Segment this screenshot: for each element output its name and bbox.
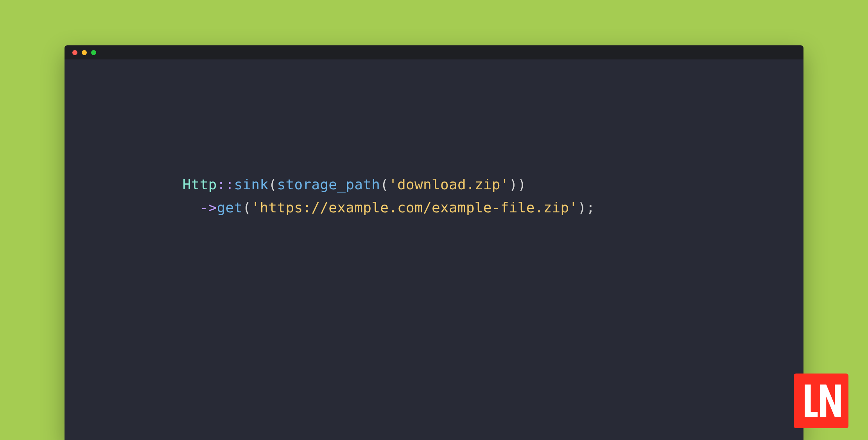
laravel-news-logo [794,374,848,428]
token-function: get [217,199,243,216]
token-class: Http [183,176,217,192]
token-paren: )) [509,176,526,192]
maximize-icon[interactable] [91,50,96,55]
token-string: 'download.zip' [389,176,509,192]
token-paren: ) [578,199,586,216]
token-function: storage_path [277,176,380,192]
token-paren: ( [243,199,251,216]
close-icon[interactable] [72,50,77,55]
token-function: sink [234,176,269,192]
token-paren: ( [380,176,389,192]
indent [88,196,200,219]
window-titlebar [65,45,803,59]
minimize-icon[interactable] [82,50,87,55]
token-semicolon: ; [586,199,595,216]
token-arrow: -> [200,199,217,216]
token-paren: ( [268,176,277,192]
indent [88,173,183,196]
logo-icon [800,379,843,422]
code-line-2: ->get('https://example.com/example-file.… [88,196,780,219]
code-window: Http::sink(storage_path('download.zip'))… [65,45,803,440]
code-editor: Http::sink(storage_path('download.zip'))… [65,59,803,440]
token-scope: :: [217,176,234,192]
code-line-1: Http::sink(storage_path('download.zip')) [88,173,780,196]
token-string: 'https://example.com/example-file.zip' [251,199,578,216]
